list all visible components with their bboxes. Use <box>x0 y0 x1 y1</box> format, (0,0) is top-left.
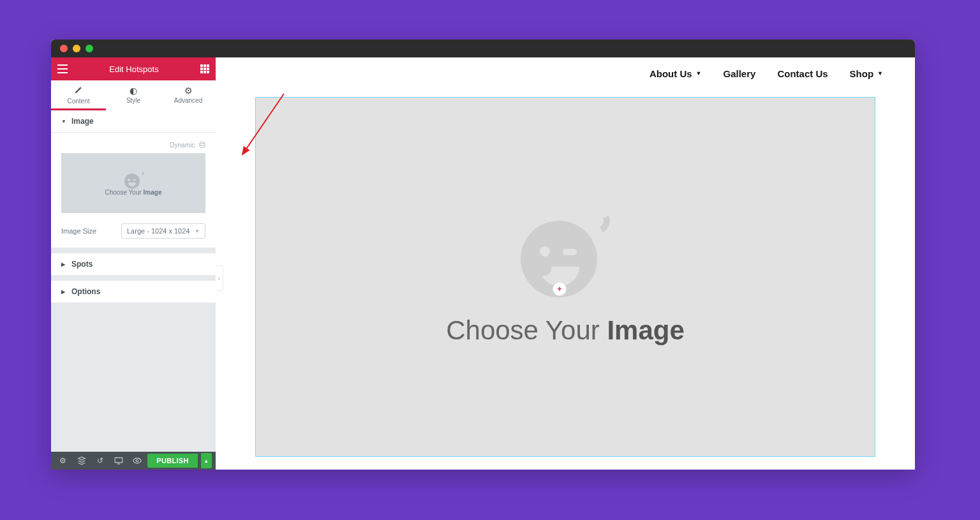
gear-icon: ⚙ <box>161 85 216 96</box>
sidebar-header: Edit Hotspots <box>51 57 216 80</box>
section-spots-header[interactable]: ▶ Spots <box>51 253 216 276</box>
publish-options-caret[interactable]: ▲ <box>201 453 212 468</box>
tab-content-label: Content <box>67 98 89 105</box>
image-size-value: Large - 1024 x 1024 <box>127 227 189 235</box>
window-titlebar <box>51 40 915 57</box>
tab-style-label: Style <box>126 97 140 104</box>
nav-gallery[interactable]: Gallery <box>724 68 756 79</box>
svg-point-2 <box>136 459 138 462</box>
hotspot-widget-canvas[interactable]: + Choose Your Image <box>255 97 875 457</box>
navigator-icon[interactable] <box>73 454 89 467</box>
caret-down-icon: ▼ <box>195 228 200 234</box>
browser-frame: Edit Hotspots Content ◐ Style ⚙ Advanced <box>51 40 915 470</box>
site-topnav: About Us ▼ Gallery Contact Us Shop ▼ <box>216 57 915 89</box>
canvas-placeholder-text: Choose Your Image <box>446 315 685 346</box>
tab-style[interactable]: ◐ Style <box>106 80 161 110</box>
tab-content[interactable]: Content <box>51 80 106 110</box>
sidebar-collapse-handle[interactable]: ‹ <box>216 265 223 291</box>
settings-gear-icon[interactable]: ⚙ <box>55 454 71 467</box>
sidebar-title: Edit Hotspots <box>109 64 158 74</box>
tab-advanced[interactable]: ⚙ Advanced <box>161 80 216 110</box>
add-hotspot-button[interactable]: + <box>553 282 567 296</box>
window-minimize-button[interactable] <box>73 45 80 52</box>
caret-right-icon: ▶ <box>61 289 66 295</box>
history-icon[interactable]: ↺ <box>92 454 108 467</box>
section-image-header[interactable]: ▼ Image <box>51 110 216 133</box>
editor-sidebar: Edit Hotspots Content ◐ Style ⚙ Advanced <box>51 57 216 470</box>
image-picker[interactable]: Choose Your Image <box>61 153 205 213</box>
caret-down-icon: ▼ <box>61 119 66 124</box>
image-size-row: Image Size Large - 1024 x 1024 ▼ <box>61 223 205 239</box>
caret-down-icon: ▼ <box>877 70 883 77</box>
widgets-grid-icon[interactable] <box>200 64 209 73</box>
contrast-icon: ◐ <box>106 85 161 96</box>
image-size-label: Image Size <box>61 227 96 235</box>
dynamic-tags-toggle[interactable]: Dynamic <box>61 142 205 149</box>
svg-rect-1 <box>115 457 122 463</box>
nav-contact-us[interactable]: Contact Us <box>777 68 828 79</box>
window-maximize-button[interactable] <box>85 45 93 52</box>
sidebar-footer: ⚙ ↺ PUBLISH ▲ <box>51 452 216 470</box>
tab-advanced-label: Advanced <box>174 97 202 104</box>
section-spots-label: Spots <box>71 260 93 269</box>
section-options-header[interactable]: ▶ Options <box>51 281 216 303</box>
database-icon <box>199 142 205 149</box>
hamburger-menu-icon[interactable] <box>57 64 68 73</box>
nav-about-us[interactable]: About Us ▼ <box>650 68 702 79</box>
publish-button[interactable]: PUBLISH <box>147 454 197 468</box>
section-image-label: Image <box>71 117 94 126</box>
image-size-select[interactable]: Large - 1024 x 1024 ▼ <box>121 223 205 239</box>
svg-point-0 <box>200 142 205 144</box>
panel-body: ▼ Image Dynamic <box>51 110 216 452</box>
caret-down-icon: ▼ <box>696 70 702 77</box>
preview-eye-icon[interactable] <box>129 454 145 467</box>
image-picker-label: Choose Your Image <box>105 189 162 196</box>
dynamic-label: Dynamic <box>170 142 195 149</box>
app-body: Edit Hotspots Content ◐ Style ⚙ Advanced <box>51 57 915 470</box>
section-options-label: Options <box>71 287 100 296</box>
responsive-icon[interactable] <box>110 454 126 467</box>
placeholder-face-icon <box>124 171 142 189</box>
pencil-icon <box>51 85 106 96</box>
preview-area: About Us ▼ Gallery Contact Us Shop ▼ <box>216 57 915 470</box>
placeholder-face-icon: + <box>521 208 610 297</box>
nav-shop[interactable]: Shop ▼ <box>850 68 883 79</box>
canvas-wrapper: + Choose Your Image <box>216 89 915 470</box>
caret-right-icon: ▶ <box>61 262 66 267</box>
section-image-body: Dynamic C <box>51 133 216 248</box>
sidebar-tabs: Content ◐ Style ⚙ Advanced <box>51 80 216 110</box>
window-close-button[interactable] <box>60 45 68 52</box>
